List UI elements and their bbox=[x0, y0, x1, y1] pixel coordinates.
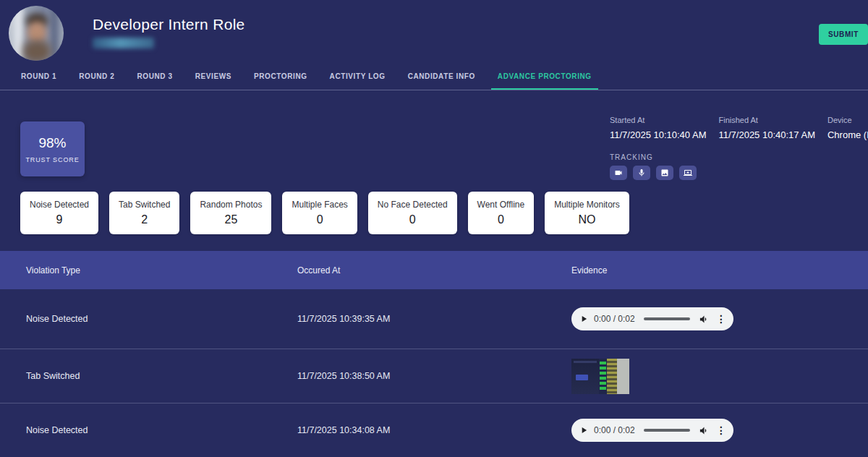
play-button[interactable] bbox=[579, 425, 589, 435]
volume-button[interactable] bbox=[699, 314, 710, 325]
stat-card: Multiple Monitors NO bbox=[545, 192, 629, 234]
stat-value: 0 bbox=[498, 213, 504, 226]
tracking-chips bbox=[610, 166, 697, 180]
audio-menu-button[interactable]: ⋮ bbox=[716, 314, 726, 324]
session-meta: Started At 11/7/2025 10:10:40 AM Finishe… bbox=[610, 116, 868, 140]
violation-row: Tab Switched 11/7/2025 10:38:50 AM bbox=[0, 349, 868, 403]
tab-bar: ROUND 1ROUND 2ROUND 3REVIEWSPROCTORINGAC… bbox=[0, 64, 868, 90]
violation-time: 11/7/2025 10:34:08 AM bbox=[297, 425, 571, 435]
seek-bar[interactable] bbox=[644, 429, 690, 432]
violation-stats: Noise Detected 9 Tab Switched 2 Random P… bbox=[20, 192, 629, 234]
stat-label: Noise Detected bbox=[30, 200, 89, 210]
finished-at-value: 11/7/2025 10:40:17 AM bbox=[718, 129, 814, 140]
col-evidence: Evidence bbox=[571, 265, 868, 276]
started-at-value: 11/7/2025 10:10:40 AM bbox=[610, 129, 706, 140]
video-camera-icon bbox=[610, 166, 627, 180]
device-value: Chrome (Desktop) bbox=[827, 129, 868, 140]
violations-table-body: Noise Detected 11/7/2025 10:39:35 AM 0:0… bbox=[0, 289, 868, 457]
stat-value: 0 bbox=[317, 213, 323, 226]
violation-evidence: 0:00 / 0:02 ⋮ bbox=[571, 419, 868, 442]
stat-label: Tab Switched bbox=[119, 200, 170, 210]
tab-proctoring[interactable]: PROCTORING bbox=[247, 64, 314, 90]
stat-card: Multiple Faces 0 bbox=[282, 192, 357, 234]
screenshot-ide-area bbox=[571, 359, 599, 394]
stat-value: 25 bbox=[225, 213, 238, 226]
violation-type: Noise Detected bbox=[26, 425, 297, 435]
audio-time: 0:00 / 0:02 bbox=[594, 314, 635, 324]
play-button[interactable] bbox=[579, 314, 589, 324]
screen-share-icon bbox=[679, 166, 697, 180]
trust-score-value: 98% bbox=[38, 135, 66, 151]
stat-label: Random Photos bbox=[200, 200, 262, 210]
candidate-name-redacted bbox=[93, 38, 154, 48]
page-title: Developer Intern Role bbox=[93, 16, 245, 33]
started-at-label: Started At bbox=[610, 116, 706, 124]
screenshot-list-area bbox=[607, 359, 617, 394]
tab-candidate-info[interactable]: CANDIDATE INFO bbox=[401, 64, 482, 90]
tab-round-3[interactable]: ROUND 3 bbox=[130, 64, 179, 90]
volume-button[interactable] bbox=[699, 425, 710, 436]
stat-label: Multiple Monitors bbox=[554, 200, 620, 210]
violations-table: Violation Type Occured At Evidence Noise… bbox=[0, 251, 868, 457]
stat-value: 0 bbox=[409, 213, 416, 226]
trust-score-card: 98% TRUST SCORE bbox=[20, 121, 85, 176]
violation-evidence: 0:00 / 0:02 ⋮ bbox=[571, 307, 868, 330]
audio-menu-button[interactable]: ⋮ bbox=[716, 425, 726, 435]
tab-round-1[interactable]: ROUND 1 bbox=[14, 64, 63, 90]
violation-type: Noise Detected bbox=[26, 314, 297, 324]
stat-value: NO bbox=[579, 213, 596, 226]
finished-at-label: Finished At bbox=[718, 116, 814, 124]
candidate-avatar[interactable] bbox=[9, 6, 64, 61]
col-occured-at: Occured At bbox=[297, 265, 571, 276]
avatar-blur-shape bbox=[23, 40, 51, 61]
stat-label: Went Offline bbox=[477, 200, 525, 210]
stat-card: No Face Detected 0 bbox=[368, 192, 457, 234]
device: Device Chrome (Desktop) bbox=[827, 116, 868, 140]
stat-value: 9 bbox=[56, 213, 63, 226]
tab-round-2[interactable]: ROUND 2 bbox=[72, 64, 121, 90]
stat-card: Tab Switched 2 bbox=[109, 192, 179, 234]
evidence-screenshot[interactable] bbox=[571, 359, 629, 394]
stat-card: Noise Detected 9 bbox=[20, 192, 98, 234]
audio-time: 0:00 / 0:02 bbox=[594, 425, 635, 435]
trust-score-label: TRUST SCORE bbox=[25, 156, 79, 163]
stat-value: 2 bbox=[141, 213, 148, 226]
col-violation-type: Violation Type bbox=[26, 265, 297, 276]
violation-row: Noise Detected 11/7/2025 10:34:08 AM 0:0… bbox=[0, 403, 868, 457]
stat-label: No Face Detected bbox=[378, 200, 448, 210]
violation-time: 11/7/2025 10:38:50 AM bbox=[297, 371, 571, 381]
stat-card: Went Offline 0 bbox=[468, 192, 535, 234]
stat-card: Random Photos 25 bbox=[190, 192, 271, 234]
finished-at: Finished At 11/7/2025 10:40:17 AM bbox=[718, 116, 814, 140]
device-label: Device bbox=[827, 116, 868, 124]
tab-activity-log[interactable]: ACTIVITY LOG bbox=[323, 64, 392, 90]
violation-row: Noise Detected 11/7/2025 10:39:35 AM 0:0… bbox=[0, 289, 868, 349]
submit-button[interactable]: SUBMIT bbox=[819, 24, 868, 45]
tracking-label: TRACKING bbox=[610, 153, 653, 161]
stat-label: Multiple Faces bbox=[292, 200, 347, 210]
started-at: Started At 11/7/2025 10:10:40 AM bbox=[610, 116, 706, 140]
violation-type: Tab Switched bbox=[26, 371, 297, 381]
screenshot-highlights bbox=[599, 359, 607, 394]
violation-evidence bbox=[571, 359, 868, 394]
violation-time: 11/7/2025 10:39:35 AM bbox=[297, 314, 571, 324]
avatar-blur-shape bbox=[51, 6, 58, 61]
advance-proctoring-page: Developer Intern Role SUBMIT ROUND 1ROUN… bbox=[0, 0, 868, 457]
seek-bar[interactable] bbox=[644, 317, 690, 320]
screenshot-blank-area bbox=[617, 359, 629, 394]
avatar-blur-shape bbox=[13, 6, 23, 61]
violations-table-header: Violation Type Occured At Evidence bbox=[0, 251, 868, 289]
photo-icon bbox=[656, 166, 673, 180]
audio-player[interactable]: 0:00 / 0:02 ⋮ bbox=[571, 419, 733, 442]
audio-player[interactable]: 0:00 / 0:02 ⋮ bbox=[571, 307, 733, 330]
tab-reviews[interactable]: REVIEWS bbox=[189, 64, 238, 90]
tab-advance-proctoring[interactable]: ADVANCE PROCTORING bbox=[491, 64, 598, 90]
microphone-icon bbox=[633, 166, 650, 180]
